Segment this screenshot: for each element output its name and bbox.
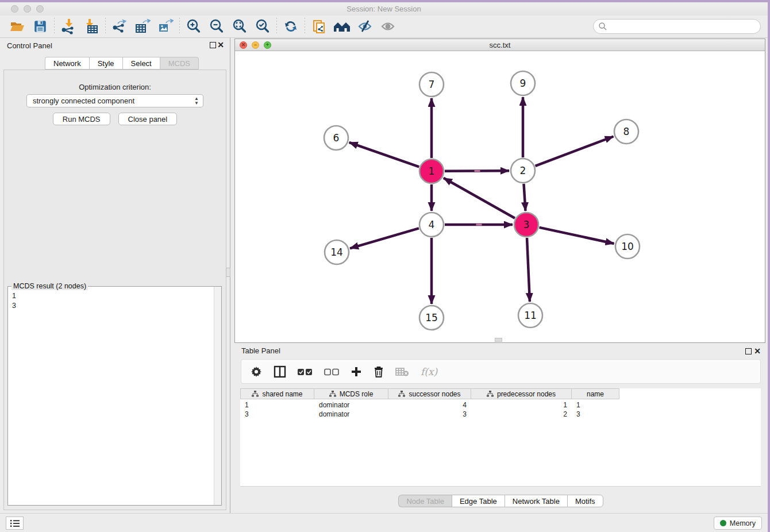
graph-edge-1-6[interactable] — [349, 142, 419, 167]
cell-successor-nodes[interactable]: 4 — [388, 400, 471, 410]
graph-edge-2-3[interactable] — [523, 184, 525, 211]
clone-network-icon[interactable] — [307, 17, 330, 36]
zoom-fit-icon[interactable] — [228, 17, 251, 36]
toolbar-separator — [305, 18, 305, 35]
column-header-successor-nodes[interactable]: successor nodes — [388, 388, 471, 399]
cell-successor-nodes[interactable]: 3 — [388, 410, 471, 419]
table-close-icon[interactable]: ✕ — [754, 347, 761, 355]
graph-node-label: 14 — [330, 246, 343, 258]
result-scrollbar[interactable] — [214, 287, 221, 505]
zoom-selected-icon[interactable] — [251, 17, 274, 36]
select-stepper-icon: ▲▼ — [194, 97, 199, 106]
selected-option: strongly connected component — [33, 97, 134, 105]
toolbar-separator — [276, 18, 277, 35]
graph-edge-4-14[interactable] — [350, 228, 419, 248]
tab-network[interactable]: Network — [45, 57, 89, 70]
delete-columns-icon[interactable] — [374, 366, 384, 377]
toolbar-separator — [105, 18, 106, 35]
cell-shared-name[interactable]: 3 — [240, 410, 314, 419]
apply-layout-icon[interactable] — [279, 17, 302, 36]
import-table-icon[interactable] — [80, 17, 103, 36]
first-neighbors-icon[interactable] — [330, 17, 353, 36]
run-mcds-button[interactable]: Run MCDS — [53, 113, 110, 125]
tab-edge-table[interactable]: Edge Table — [452, 495, 505, 507]
graph-node-label: 10 — [621, 241, 634, 252]
status-bar: Memory — [0, 513, 768, 532]
function-builder-icon[interactable]: f(x) — [421, 366, 437, 377]
close-panel-button[interactable]: Close panel — [118, 113, 178, 125]
graph-node-label: 15 — [425, 312, 438, 323]
table-float-icon[interactable] — [745, 348, 752, 354]
graph-edge-3-11[interactable] — [527, 238, 530, 302]
network-window-title: scc.txt — [235, 41, 765, 49]
cell-mcds-role[interactable]: dominator — [314, 400, 388, 410]
vertical-splitter-handle[interactable] — [226, 268, 230, 277]
graph-edge-3-1[interactable] — [444, 178, 515, 218]
task-history-button[interactable] — [6, 516, 24, 530]
create-column-icon[interactable] — [351, 366, 362, 377]
tab-style[interactable]: Style — [89, 57, 122, 70]
save-session-icon[interactable] — [29, 17, 52, 36]
cell-predecessor-nodes[interactable]: 1 — [471, 400, 572, 410]
tab-node-table[interactable]: Node Table — [398, 495, 452, 507]
table-options-icon[interactable] — [251, 366, 262, 377]
column-header-name[interactable]: name — [572, 388, 619, 399]
horizontal-splitter-handle[interactable] — [495, 338, 502, 342]
tab-mcds[interactable]: MCDS — [160, 57, 199, 70]
show-columns-icon[interactable] — [274, 365, 286, 378]
search-icon — [598, 22, 607, 31]
graph-node-label: 6 — [333, 132, 340, 144]
mcds-result-list[interactable]: 1 3 — [8, 287, 214, 505]
edge-label-mark — [475, 170, 480, 172]
destroy-table-icon[interactable] — [395, 367, 409, 377]
tree-icon — [329, 391, 336, 397]
table-toolbar: f(x) — [241, 359, 761, 384]
node-table: shared name MCDS role successor nodes pr… — [240, 388, 761, 487]
tab-select[interactable]: Select — [122, 57, 160, 70]
close-panel-icon[interactable]: ✕ — [217, 41, 224, 49]
network-canvas[interactable]: 7968124314101511 — [235, 51, 765, 342]
cell-shared-name[interactable]: 1 — [240, 400, 314, 410]
optimization-criterion-select[interactable]: strongly connected component ▲▼ — [26, 94, 203, 107]
hide-selected-icon[interactable] — [353, 17, 376, 36]
task-list-icon — [10, 519, 20, 527]
deselect-all-check-icon[interactable] — [324, 368, 339, 376]
column-header-mcds-role[interactable]: MCDS role — [314, 388, 388, 399]
import-network-icon[interactable] — [57, 17, 80, 36]
table-row[interactable]: 3 dominator 3 2 3 — [240, 410, 619, 419]
graph-node-label: 7 — [429, 79, 435, 90]
search-input[interactable] — [593, 19, 761, 34]
graph-node-label: 2 — [520, 165, 526, 176]
export-network-icon[interactable] — [108, 17, 131, 36]
table-tabs: Node Table Edge Table Network Table Moti… — [234, 495, 768, 507]
tab-network-table[interactable]: Network Table — [505, 495, 567, 507]
column-header-predecessor-nodes[interactable]: predecessor nodes — [471, 388, 572, 399]
main-toolbar — [0, 16, 768, 38]
float-panel-icon[interactable] — [210, 42, 216, 48]
app-window: Session: New Session — [0, 2, 768, 532]
select-all-check-icon[interactable] — [298, 368, 313, 376]
cell-mcds-role[interactable]: dominator — [314, 410, 388, 419]
export-table-icon[interactable] — [131, 17, 154, 36]
column-header-shared-name[interactable]: shared name — [240, 388, 314, 399]
zoom-in-icon[interactable] — [182, 17, 205, 36]
tree-icon — [487, 391, 494, 397]
table-row[interactable]: 1 dominator 4 1 1 — [240, 400, 619, 410]
show-all-icon[interactable] — [376, 17, 399, 36]
tree-icon — [252, 391, 259, 397]
graph-node-label: 1 — [429, 165, 435, 177]
node-table-header: shared name MCDS role successor nodes pr… — [240, 388, 619, 399]
graph-edge-2-8[interactable] — [536, 136, 614, 165]
cell-name[interactable]: 1 — [572, 400, 619, 410]
memory-button[interactable]: Memory — [714, 516, 762, 530]
zoom-out-icon[interactable] — [205, 17, 228, 36]
cell-predecessor-nodes[interactable]: 2 — [471, 410, 572, 419]
toolbar-separator — [179, 18, 180, 35]
cell-name[interactable]: 3 — [572, 410, 619, 419]
tab-motifs[interactable]: Motifs — [567, 495, 603, 507]
open-session-icon[interactable] — [6, 17, 29, 36]
table-panel-title: Table Panel — [241, 346, 280, 355]
control-panel-tabs: Network Style Select MCDS — [45, 57, 199, 70]
graph-edge-3-10[interactable] — [539, 228, 614, 244]
export-image-icon[interactable] — [154, 17, 177, 36]
